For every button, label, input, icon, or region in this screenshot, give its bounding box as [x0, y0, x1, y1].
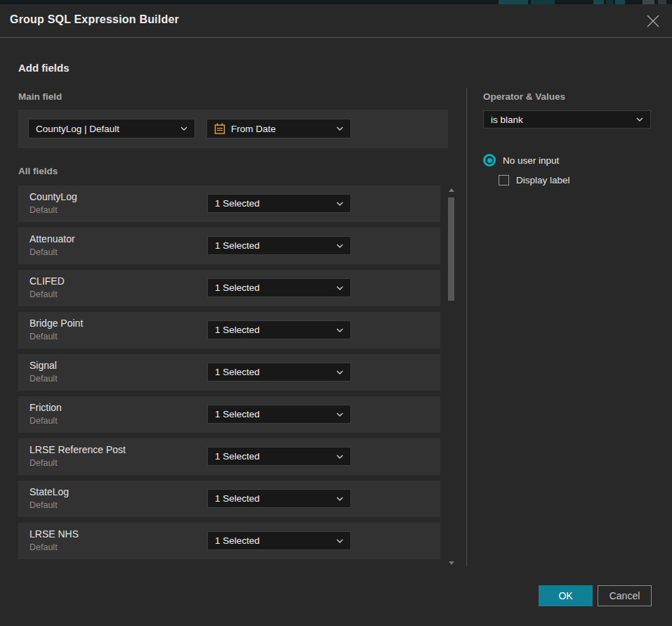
field-selected-dropdown-label: 1 Selected	[215, 325, 331, 335]
field-selected-dropdown-label: 1 Selected	[215, 409, 331, 419]
close-icon[interactable]	[645, 13, 661, 29]
ok-button[interactable]: OK	[539, 585, 593, 606]
main-field-label: Main field	[18, 91, 62, 102]
vertical-divider	[466, 88, 467, 566]
field-selected-dropdown[interactable]: 1 Selected	[207, 363, 351, 382]
chevron-down-icon	[336, 539, 343, 543]
field-row: LRSE Reference Post Default 1 Selected	[18, 438, 440, 475]
chevron-down-icon	[336, 328, 343, 332]
display-label-checkbox-row[interactable]: Display label	[499, 175, 570, 185]
scrollbar-thumb[interactable]	[448, 197, 454, 301]
chevron-down-icon	[180, 126, 187, 131]
chevron-down-icon	[336, 370, 343, 374]
field-sublabel: Default	[29, 247, 58, 257]
display-label-text: Display label	[516, 175, 570, 185]
scroll-up-icon[interactable]	[449, 188, 454, 192]
all-fields-label: All fields	[18, 166, 58, 176]
field-selected-dropdown[interactable]: 1 Selected	[207, 405, 351, 424]
field-sublabel: Default	[29, 205, 58, 215]
field-sublabel: Default	[29, 458, 58, 468]
field-row: CountyLog Default 1 Selected	[18, 185, 440, 222]
field-sublabel: Default	[29, 416, 58, 426]
chevron-down-icon	[336, 497, 343, 501]
calendar-icon	[214, 123, 225, 134]
dialog-title: Group SQL Expression Builder	[10, 13, 179, 26]
all-fields-list: CountyLog Default 1 Selected Attenuator …	[18, 185, 440, 563]
field-name: LRSE NHS	[29, 528, 79, 540]
main-field-source-value: CountyLog | Default	[36, 124, 175, 134]
field-sublabel: Default	[29, 374, 58, 384]
field-selected-dropdown[interactable]: 1 Selected	[207, 236, 351, 255]
field-row: StateLog Default 1 Selected	[18, 481, 440, 517]
field-name: CLIFED	[29, 275, 65, 287]
field-sublabel: Default	[29, 542, 58, 552]
chevron-down-icon	[336, 455, 343, 459]
main-field-panel: CountyLog | Default From Date	[18, 110, 448, 148]
field-selected-dropdown-label: 1 Selected	[215, 282, 331, 293]
field-name: Attenuator	[29, 233, 75, 244]
chevron-down-icon	[336, 412, 343, 417]
no-user-input-label: No user input	[503, 155, 559, 166]
chevron-down-icon	[636, 117, 643, 122]
field-selected-dropdown-label: 1 Selected	[215, 535, 331, 546]
operator-dropdown[interactable]: is blank	[483, 110, 651, 129]
main-field-date-dropdown[interactable]: From Date	[206, 119, 351, 138]
field-selected-dropdown[interactable]: 1 Selected	[207, 194, 351, 213]
field-row: Friction Default 1 Selected	[18, 396, 440, 433]
checkbox-unchecked-icon[interactable]	[499, 175, 509, 185]
main-field-source-dropdown[interactable]: CountyLog | Default	[28, 119, 195, 138]
field-row: CLIFED Default 1 Selected	[18, 270, 440, 306]
chevron-down-icon	[336, 202, 343, 206]
field-sublabel: Default	[29, 332, 58, 341]
field-row: Bridge Point Default 1 Selected	[18, 312, 440, 348]
operator-values-label: Operator & Values	[483, 91, 565, 102]
operator-dropdown-value: is blank	[491, 115, 631, 125]
screen: Group SQL Expression Builder Add fields …	[0, 0, 672, 626]
cancel-button[interactable]: Cancel	[598, 585, 652, 606]
chevron-down-icon	[336, 244, 343, 248]
field-selected-dropdown[interactable]: 1 Selected	[207, 278, 351, 297]
field-row: Attenuator Default 1 Selected	[18, 228, 440, 264]
add-fields-heading: Add fields	[18, 62, 70, 74]
field-row: LRSE NHS Default 1 Selected	[18, 523, 440, 559]
field-selected-dropdown-label: 1 Selected	[215, 240, 331, 251]
field-row: Signal Default 1 Selected	[18, 354, 440, 391]
field-name: Friction	[29, 402, 62, 413]
field-selected-dropdown[interactable]: 1 Selected	[207, 489, 351, 508]
field-name: CountyLog	[29, 191, 77, 202]
scroll-down-icon[interactable]	[449, 561, 454, 565]
field-name: Bridge Point	[29, 318, 83, 329]
field-selected-dropdown[interactable]: 1 Selected	[207, 320, 351, 339]
field-name: StateLog	[29, 486, 69, 497]
main-field-date-value: From Date	[231, 124, 331, 134]
chevron-down-icon	[336, 286, 343, 290]
field-sublabel: Default	[29, 500, 58, 510]
chevron-down-icon	[336, 126, 343, 131]
group-sql-expression-builder-dialog: Group SQL Expression Builder Add fields …	[0, 4, 672, 626]
field-selected-dropdown[interactable]: 1 Selected	[207, 447, 351, 466]
field-name: Signal	[29, 360, 57, 371]
field-selected-dropdown[interactable]: 1 Selected	[207, 531, 351, 550]
field-selected-dropdown-label: 1 Selected	[215, 493, 331, 504]
field-name: LRSE Reference Post	[29, 444, 126, 455]
dialog-header: Group SQL Expression Builder	[0, 4, 672, 38]
field-selected-dropdown-label: 1 Selected	[215, 451, 331, 462]
field-selected-dropdown-label: 1 Selected	[215, 198, 331, 209]
no-user-input-radio[interactable]: No user input	[483, 154, 559, 167]
fields-scrollbar[interactable]	[448, 185, 455, 566]
field-sublabel: Default	[29, 289, 58, 299]
radio-selected-icon	[483, 154, 496, 167]
field-selected-dropdown-label: 1 Selected	[215, 367, 331, 377]
